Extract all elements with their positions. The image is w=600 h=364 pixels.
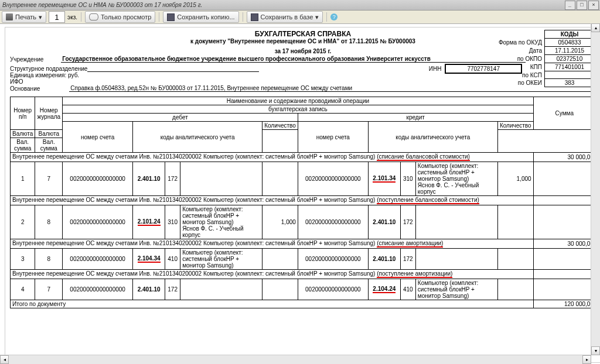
table-cell: Компьютер (комплект: системный блокHP + …: [415, 162, 497, 196]
table-cell: Компьютер (комплект: системный блокHP + …: [180, 205, 262, 239]
table-cell: 7: [35, 162, 63, 196]
table-cell: 2.401.10: [368, 205, 400, 239]
table-cell: [497, 279, 533, 300]
table-cell: 7: [35, 279, 63, 300]
table-cell: Компьютер (комплект: системный блокHP + …: [415, 279, 497, 300]
dropdown-icon: ▾: [39, 13, 42, 21]
codes-header: КОДЫ: [545, 30, 595, 39]
table-cell: 00200000000000000: [63, 249, 133, 270]
table-cell: 8: [35, 249, 63, 270]
group-desc: Внутреннее перемещение ОС между счетами …: [11, 239, 534, 249]
table-cell: [262, 279, 298, 300]
table-cell: 2.401.10: [133, 162, 165, 196]
maximize-button[interactable]: □: [577, 1, 587, 10]
table-cell: Компьютер (комплект: системный блокHP + …: [180, 249, 262, 270]
total-label: Итого по документу: [11, 300, 534, 308]
table-cell: [533, 162, 595, 196]
print-label: Печать: [15, 13, 36, 20]
table-cell: [497, 205, 533, 239]
group-sum: 30 000,00: [533, 153, 595, 162]
table-cell: [180, 279, 262, 300]
save-copy-label: Сохранить копию...: [177, 13, 234, 20]
save-copy-button[interactable]: Сохранить копию...: [163, 11, 238, 23]
help-button[interactable]: ?: [330, 13, 338, 20]
table-cell: [533, 205, 595, 239]
table-cell: 4: [11, 279, 35, 300]
copies-suffix: экз.: [67, 14, 77, 20]
ifo-label: ИФО: [10, 78, 23, 85]
table-cell: 00200000000000000: [63, 279, 133, 300]
table-cell: [533, 249, 595, 270]
floppy-icon: [167, 13, 175, 21]
entries-table: Номер п/п Номер журнала Наименование и с…: [10, 97, 596, 308]
table-cell: 172: [165, 162, 180, 196]
subdiv-label: Структурное подразделение: [10, 66, 87, 72]
print-button[interactable]: Печать ▾: [2, 11, 46, 23]
toolbar: Печать ▾ экз. Только просмотр Сохранить …: [0, 11, 600, 24]
group-desc: Внутреннее перемещение ОС между счетами …: [11, 270, 534, 279]
table-cell: 2.401.10: [368, 249, 400, 270]
table-cell: 00200000000000000: [298, 162, 368, 196]
table-cell: 2.401.10: [133, 279, 165, 300]
table-cell: [262, 249, 298, 270]
table-cell: [415, 249, 497, 270]
preview-label: Только просмотр: [101, 13, 151, 20]
basis-label: Основание: [10, 85, 40, 92]
table-cell: 8: [35, 205, 63, 239]
save-db-label: Сохранить в базе: [261, 13, 313, 20]
table-cell: 2: [11, 205, 35, 239]
document-page: КОДЫ Форма по ОКУД0504833 Дата17.11.2015…: [5, 27, 600, 363]
table-cell: 172: [400, 249, 415, 270]
window-title-bar: Внутреннее перемещение ОС и НМА № БУ0000…: [0, 0, 600, 11]
table-cell: [262, 162, 298, 196]
table-cell: [497, 249, 533, 270]
scroll-down-icon[interactable]: ▾: [591, 346, 600, 355]
copies-input[interactable]: [49, 11, 65, 23]
vertical-scrollbar[interactable]: ▴ ▾: [591, 23, 600, 355]
minimize-button[interactable]: _: [565, 1, 575, 10]
unit-label: Единица измерения: руб.: [10, 72, 79, 78]
table-cell: 410: [165, 249, 180, 270]
scroll-left-icon[interactable]: ◂: [0, 355, 9, 364]
group-desc: Внутреннее перемещение ОС между счетами …: [11, 153, 534, 162]
table-cell: 2.101.34: [368, 162, 400, 196]
close-button[interactable]: ×: [588, 1, 599, 10]
scroll-up-icon[interactable]: ▴: [591, 23, 600, 32]
table-cell: 2.104.24: [368, 279, 400, 300]
group-sum: 30 000,00: [533, 239, 595, 249]
codes-table: КОДЫ Форма по ОКУД0504833 Дата17.11.2015…: [498, 30, 595, 87]
window-title: Внутреннее перемещение ОС и НМА № БУ0000…: [2, 2, 202, 8]
group-desc: Внутреннее перемещение ОС между счетами …: [11, 196, 534, 205]
save-db-button[interactable]: Сохранить в базе ▾: [247, 11, 323, 23]
table-cell: 310: [165, 205, 180, 239]
table-cell: 172: [400, 205, 415, 239]
table-cell: 3: [11, 249, 35, 270]
group-sum: [533, 270, 595, 279]
table-cell: 00200000000000000: [298, 279, 368, 300]
horizontal-scrollbar[interactable]: ◂ ▸: [0, 355, 591, 364]
org-value: Государственное образовательное бюджетно…: [61, 56, 526, 63]
table-cell: 172: [165, 279, 180, 300]
scroll-right-icon[interactable]: ▸: [582, 355, 591, 364]
table-cell: 00200000000000000: [63, 205, 133, 239]
group-sum: [533, 196, 595, 205]
table-cell: 00200000000000000: [298, 249, 368, 270]
org-label: Учреждение: [10, 56, 43, 63]
table-cell: 00200000000000000: [298, 205, 368, 239]
table-cell: [533, 279, 595, 300]
preview-button[interactable]: Только просмотр: [85, 11, 155, 23]
eye-icon: [89, 13, 98, 20]
table-cell: [415, 205, 497, 239]
table-cell: 2.101.24: [133, 205, 165, 239]
floppy-icon: [251, 13, 258, 21]
table-cell: 1,000: [497, 162, 533, 196]
inn-label: ИНН: [429, 66, 442, 72]
dropdown-icon: ▾: [315, 13, 319, 21]
table-cell: 00200000000000000: [63, 162, 133, 196]
table-cell: 1: [11, 162, 35, 196]
table-cell: 2.104.34: [133, 249, 165, 270]
table-cell: 410: [400, 279, 415, 300]
table-cell: 1,000: [262, 205, 298, 239]
table-cell: [180, 162, 262, 196]
table-cell: 310: [400, 162, 415, 196]
